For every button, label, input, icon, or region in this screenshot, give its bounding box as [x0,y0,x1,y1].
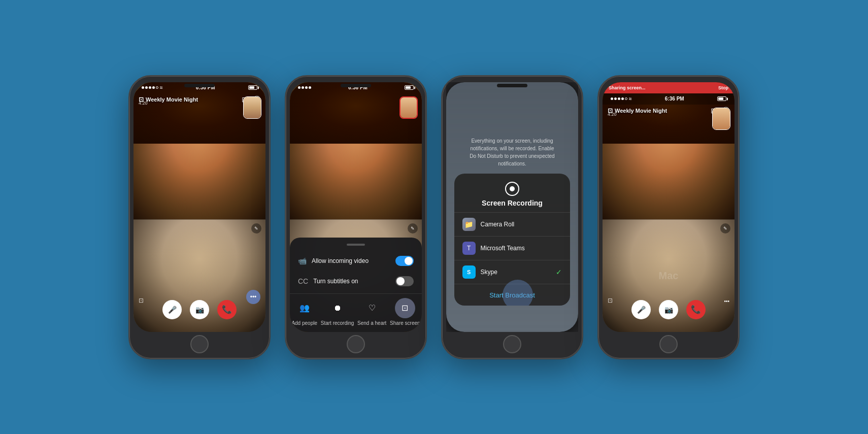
share-screen-icon: ⊡ [395,298,415,318]
home-button-2[interactable] [347,335,365,353]
mic-btn-4[interactable]: 🎤 [631,300,651,319]
phone-1: ≈ 6:36 PM [128,75,271,359]
recording-label: Start recording [321,320,354,326]
camera-btn-1[interactable]: 📷 [190,300,209,319]
edit-icon-1[interactable]: ✎ [251,223,261,233]
share-picker: Everything on your screen, including not… [446,82,578,332]
skype-label: Skype [481,269,497,276]
toggle-incoming-video[interactable] [395,256,414,266]
teams-label: Microsoft Teams [481,245,525,252]
add-people-icon: 👥 [294,298,315,318]
divider-2 [290,219,422,220]
edit-icon-4[interactable]: ✎ [720,223,730,233]
stop-button[interactable]: Stop [718,85,728,90]
status-right-4 [717,96,726,101]
menu-item-subtitles: CC Turn subtitles on [290,271,422,291]
checkmark: ✓ [556,268,562,276]
camera-btn-4[interactable]: 📷 [659,300,678,319]
wifi-icon-4: ≈ [629,96,632,102]
incoming-video-label: Allow incoming video [312,257,369,264]
phones-container: ≈ 6:36 PM [128,75,740,359]
send-heart-btn[interactable]: ♡ Send a heart [357,298,386,326]
phone-3-screen: Everything on your screen, including not… [446,82,578,332]
record-dot [510,186,515,191]
bottom-controls-1: ⊡ 🎤 📷 📞 ••• [133,291,265,332]
end-call-btn-4[interactable]: 📞 [686,300,706,319]
share-screen-btn[interactable]: ⊡ Share screen [390,298,420,326]
menu-actions: 👥 Add people ⏺ Start recording ♡ Send a … [290,293,422,328]
signal-dots-4 [611,97,627,100]
add-people-btn[interactable]: 👥 Add people [291,298,317,326]
menu-handle [347,244,365,246]
picker-item-teams[interactable]: T Microsoft Teams [454,237,571,260]
subtitles-label: Turn subtitles on [313,278,358,285]
video-icon: 📹 [298,257,307,265]
picker-header: Screen Recording [454,174,571,213]
thumbnail-2 [399,96,418,119]
teams-icon: T [462,242,476,255]
thumbnail-face-1 [244,97,261,118]
sharing-text: Sharing screen... [609,85,646,90]
record-icon: ⏺ [327,298,348,318]
end-call-btn-1[interactable]: 📞 [217,300,237,319]
bottom-controls-4: ⊡ 🎤 📷 📞 ••• [603,291,735,332]
phone-1-speaker [184,84,215,87]
picker-notice: Everything on your screen, including not… [446,137,578,168]
phone-1-screen: ≈ 6:36 PM [133,82,265,332]
broadcast-press-effect [503,280,533,306]
heart-icon: ♡ [362,298,382,318]
video-call-screen-4: Mac ✎ ⊡ Weekly Movie Night ⊞ 🔊 4:20 [603,82,735,332]
sharing-banner: Sharing screen... Stop [603,82,735,93]
picker-title: Screen Recording [482,199,543,207]
camera-roll-icon: 📁 [462,218,476,231]
phone-4-status-bar: ≈ 6:36 PM [603,93,735,105]
phone-2-notch [286,76,426,92]
home-button-4[interactable] [659,335,678,353]
heart-label: Send a heart [357,320,386,326]
record-circle-icon [505,182,519,196]
thumbnail-1 [243,96,261,119]
corner-camera-icon-4: ⊡ [608,297,613,304]
picker-item-camera-roll[interactable]: 📁 Camera Roll [454,213,571,237]
edit-icon-2[interactable]: ✎ [408,223,418,233]
video-call-screen-1: ✎ ⊡ Weekly Movie Night ⊞ 🔊 4:20 [133,82,265,332]
menu-panel: 📹 Allow incoming video CC Turn subtitles… [290,238,422,332]
thumbnail-face-4 [713,108,730,129]
call-timer-1: 4:20 [139,101,148,106]
call-title-1: ⊡ Weekly Movie Night [139,96,198,103]
call-title-4: ⊡ Weekly Movie Night [608,107,667,114]
mic-btn-1[interactable]: 🎤 [162,300,182,319]
phone-2: 6:36 PM ✎ [285,75,427,359]
camera-roll-label: Camera Roll [481,221,515,228]
thumbnail-4 [712,108,730,130]
corner-camera-icon: ⊡ [139,297,144,304]
more-btn-1[interactable]: ••• [246,290,260,304]
share-label: Share screen [390,320,420,326]
add-people-label: Add people [291,320,317,326]
phone-3-speaker [497,84,527,87]
skype-icon: S [462,265,476,279]
toggle-subtitles[interactable] [395,276,414,286]
status-time-4: 6:36 PM [665,96,684,102]
phone-3-notch [442,76,582,92]
status-signal-4: ≈ [611,96,632,102]
phone-3: Everything on your screen, including not… [441,75,583,359]
more-btn-4[interactable]: ••• [724,298,729,304]
divider-4 [603,219,735,220]
home-button-3[interactable] [503,335,521,353]
phone-4-screen: Sharing screen... Stop ≈ 6:36 PM [603,82,735,332]
phone-1-notch [129,76,270,92]
phone-2-speaker [341,84,371,87]
battery-4 [717,96,726,101]
watermark-4: Mac [659,270,679,281]
subtitles-icon: CC [298,277,308,285]
phone-2-screen: 6:36 PM ✎ [290,82,422,332]
broadcast-start: Start [489,291,503,299]
start-recording-btn[interactable]: ⏺ Start recording [321,298,354,326]
home-button-1[interactable] [190,335,209,353]
divider-1 [133,219,265,220]
menu-item-incoming-video: 📹 Allow incoming video [290,251,422,271]
video-call-screen-2: ✎ 📹 Allow incoming video [290,82,422,332]
phone-4: Sharing screen... Stop ≈ 6:36 PM [597,75,740,359]
picker-broadcast[interactable]: Start Broadcast [454,284,571,306]
